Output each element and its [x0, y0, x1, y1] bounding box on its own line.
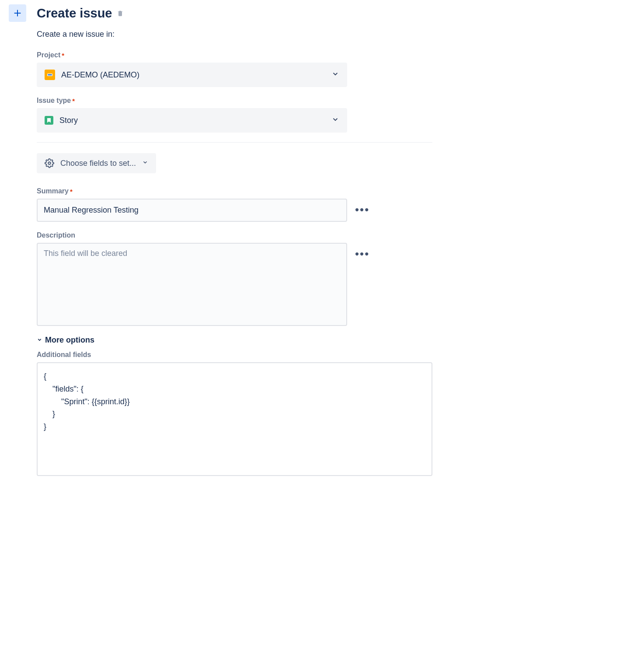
issue-type-value: Story: [59, 116, 78, 125]
chevron-down-icon: [331, 116, 339, 125]
required-indicator: *: [72, 97, 75, 105]
project-avatar-icon: [45, 70, 55, 80]
project-select[interactable]: AE-DEMO (AEDEMO): [37, 63, 347, 87]
choose-fields-text: Choose fields to set...: [60, 159, 136, 168]
create-icon-box: [9, 4, 26, 22]
description-more-menu[interactable]: •••: [355, 248, 369, 259]
trash-icon[interactable]: [117, 10, 124, 17]
description-label: Description: [37, 231, 437, 239]
plus-icon: [13, 8, 22, 18]
choose-fields-button[interactable]: Choose fields to set...: [37, 153, 156, 173]
summary-label: Summary *: [37, 187, 437, 195]
additional-fields-label: Additional fields: [37, 351, 437, 359]
gear-icon: [45, 158, 54, 168]
story-icon: [45, 116, 53, 125]
summary-more-menu[interactable]: •••: [355, 204, 369, 215]
issue-type-label: Issue type *: [37, 97, 437, 105]
svg-point-6: [48, 162, 51, 164]
chevron-down-icon: [142, 159, 148, 167]
subtitle: Create a new issue in:: [37, 30, 437, 39]
page-title: Create issue: [37, 6, 112, 21]
summary-input[interactable]: [37, 199, 347, 222]
required-indicator: *: [62, 52, 64, 59]
chevron-down-icon: [331, 70, 339, 80]
issue-type-select[interactable]: Story: [37, 108, 347, 133]
chevron-down-icon: [37, 336, 42, 345]
description-input[interactable]: [37, 243, 347, 326]
additional-fields-input[interactable]: { "fields": { "Sprint": {{sprint.id}} } …: [37, 362, 432, 476]
more-options-toggle[interactable]: More options: [37, 336, 437, 345]
svg-point-4: [49, 74, 49, 75]
svg-point-5: [50, 74, 51, 75]
project-label: Project *: [37, 51, 437, 59]
svg-rect-3: [48, 74, 52, 76]
project-value: AE-DEMO (AEDEMO): [61, 70, 139, 80]
required-indicator: *: [70, 188, 73, 195]
divider: [37, 142, 432, 143]
